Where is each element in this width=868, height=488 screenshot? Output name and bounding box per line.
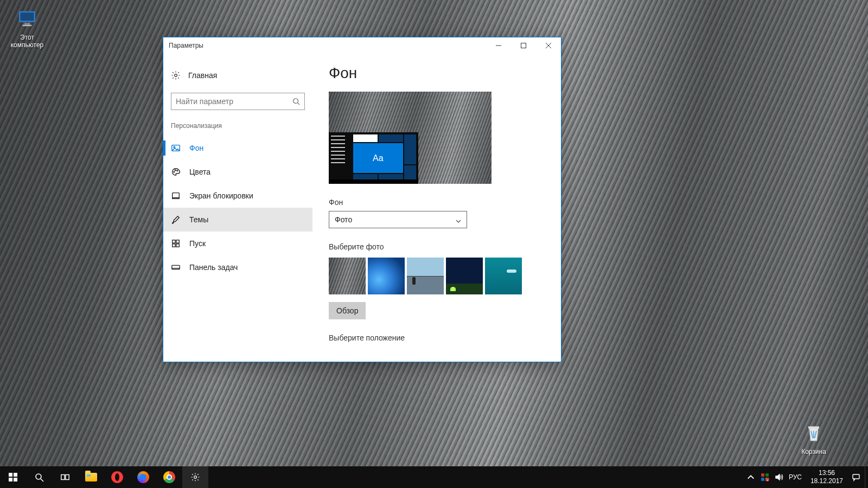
taskbar-icon <box>171 262 181 272</box>
nav-themes[interactable]: Темы <box>163 208 312 232</box>
search-box[interactable] <box>171 93 305 110</box>
page-heading: Фон <box>329 65 545 82</box>
tray-volume-icon[interactable] <box>775 473 783 481</box>
choose-photo-label: Выберите фото <box>329 242 545 251</box>
taskbar-search-button[interactable] <box>26 466 52 488</box>
nav-colors[interactable]: Цвета <box>163 160 312 184</box>
svg-point-29 <box>36 474 41 479</box>
svg-rect-36 <box>761 478 764 481</box>
svg-point-14 <box>174 171 175 172</box>
photo-thumbnail[interactable] <box>407 258 444 294</box>
svg-rect-23 <box>172 265 180 269</box>
home-button[interactable]: Главная <box>163 65 312 86</box>
opera-icon <box>111 471 123 483</box>
photo-thumbnail[interactable] <box>485 258 522 294</box>
svg-rect-22 <box>176 244 179 247</box>
taskbar: x РУС 13:56 18.12.2017 <box>0 466 868 488</box>
svg-rect-3 <box>23 25 32 27</box>
search-input[interactable] <box>176 97 292 106</box>
dropdown-value: Фото <box>335 215 352 224</box>
settings-content: Фон Aa Фон Фото Вы <box>312 54 561 362</box>
minimize-button[interactable] <box>486 37 511 54</box>
start-icon <box>171 239 181 248</box>
window-title: Параметры <box>169 42 203 49</box>
taskbar-app-firefox[interactable] <box>130 466 156 488</box>
position-label: Выберите положение <box>329 333 545 342</box>
tray-time: 13:56 <box>810 469 843 477</box>
svg-rect-32 <box>66 475 69 480</box>
desktop-icon-label: Этот компьютер <box>5 34 49 49</box>
nav-label: Фон <box>189 144 203 152</box>
settings-sidebar: Главная Персонализация Фон Цвета Экран б… <box>163 54 312 362</box>
svg-line-30 <box>41 479 43 481</box>
svg-rect-2 <box>24 23 30 24</box>
desktop-icon-recycle-bin[interactable]: Корзина <box>792 420 835 455</box>
photo-thumbnail[interactable] <box>329 258 366 294</box>
svg-rect-17 <box>173 193 180 198</box>
svg-rect-31 <box>61 475 65 480</box>
nav-label: Цвета <box>189 168 210 176</box>
svg-rect-40 <box>853 474 859 479</box>
svg-rect-27 <box>9 478 12 481</box>
task-view-button[interactable] <box>52 466 78 488</box>
svg-rect-6 <box>521 43 526 48</box>
search-icon <box>292 98 300 105</box>
close-button[interactable] <box>536 37 561 54</box>
svg-point-33 <box>194 476 197 479</box>
svg-point-9 <box>175 74 177 77</box>
picture-icon <box>171 143 181 153</box>
svg-rect-28 <box>14 478 17 481</box>
photo-thumbnail[interactable] <box>368 258 405 294</box>
home-label: Главная <box>188 71 217 80</box>
nav-label: Темы <box>189 215 208 224</box>
brush-icon <box>171 215 181 224</box>
nav-background[interactable]: Фон <box>163 136 312 160</box>
background-label: Фон <box>329 198 545 207</box>
category-title: Персонализация <box>163 122 312 136</box>
background-dropdown[interactable]: Фото <box>329 211 467 228</box>
window-titlebar[interactable]: Параметры <box>163 37 561 54</box>
nav-taskbar[interactable]: Панель задач <box>163 255 312 279</box>
tray-clock[interactable]: 13:56 18.12.2017 <box>807 469 846 485</box>
lockscreen-icon <box>171 191 181 201</box>
svg-rect-1 <box>21 12 34 21</box>
nav-label: Пуск <box>189 239 206 248</box>
file-explorer-icon <box>85 473 97 481</box>
palette-icon <box>171 167 181 177</box>
firefox-icon <box>137 471 149 483</box>
taskbar-app-settings[interactable] <box>182 466 208 488</box>
svg-point-16 <box>177 170 178 171</box>
browse-button[interactable]: Обзор <box>329 302 366 319</box>
recycle-bin-icon <box>801 420 827 446</box>
chrome-icon <box>163 471 175 483</box>
nav-lockscreen[interactable]: Экран блокировки <box>163 184 312 208</box>
svg-rect-34 <box>761 473 764 477</box>
svg-rect-4 <box>808 426 819 428</box>
nav-start[interactable]: Пуск <box>163 232 312 255</box>
tray-date: 18.12.2017 <box>810 477 843 485</box>
photo-thumbnails <box>329 258 545 294</box>
taskbar-app-explorer[interactable] <box>78 466 104 488</box>
start-button[interactable] <box>0 466 26 488</box>
show-desktop-button[interactable] <box>865 466 868 488</box>
desktop-icon-this-pc[interactable]: Этот компьютер <box>5 5 49 49</box>
svg-rect-18 <box>173 198 180 199</box>
tray-security-icon[interactable]: x <box>761 473 769 481</box>
photo-thumbnail[interactable] <box>446 258 483 294</box>
action-center-icon[interactable] <box>852 473 860 481</box>
svg-line-11 <box>298 103 300 105</box>
preview-sample-tile: Aa <box>353 143 403 173</box>
desktop-icon-label: Корзина <box>792 448 835 455</box>
computer-icon <box>14 5 40 31</box>
tray-language[interactable]: РУС <box>789 473 802 481</box>
background-preview: Aa <box>329 92 492 184</box>
nav-label: Экран блокировки <box>189 191 253 200</box>
taskbar-app-chrome[interactable] <box>156 466 182 488</box>
svg-rect-20 <box>176 240 179 243</box>
nav-label: Панель задач <box>189 263 238 272</box>
taskbar-app-opera[interactable] <box>104 466 130 488</box>
svg-rect-21 <box>173 244 175 247</box>
system-tray: x РУС 13:56 18.12.2017 <box>742 466 865 488</box>
tray-overflow-icon[interactable] <box>746 473 755 481</box>
maximize-button[interactable] <box>511 37 536 54</box>
